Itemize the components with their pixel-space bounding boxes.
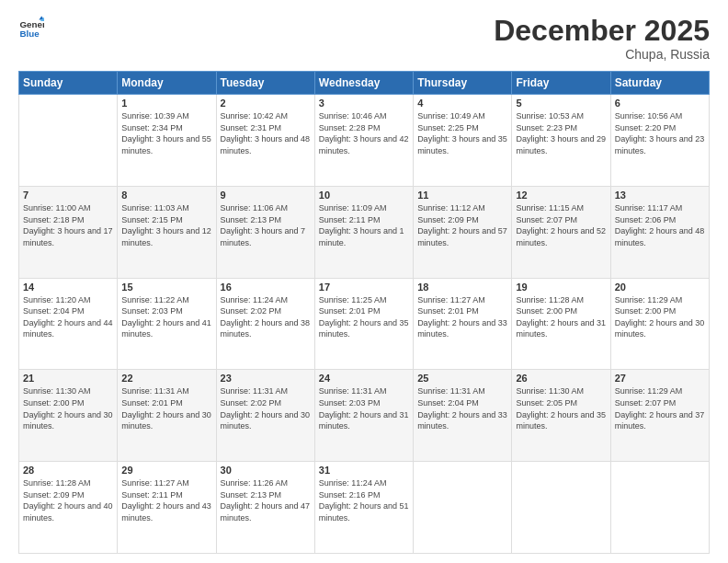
day-number: 5 bbox=[516, 98, 606, 109]
table-row: 9Sunrise: 11:06 AMSunset: 2:13 PMDayligh… bbox=[216, 186, 314, 278]
calendar-week-row: 28Sunrise: 11:28 AMSunset: 2:09 PMDaylig… bbox=[19, 462, 710, 554]
col-wednesday: Wednesday bbox=[314, 72, 413, 95]
day-detail: Sunrise: 11:27 AMSunset: 2:11 PMDaylight… bbox=[121, 477, 211, 523]
day-number: 27 bbox=[615, 373, 705, 384]
day-detail: Sunrise: 11:06 AMSunset: 2:13 PMDaylight… bbox=[221, 202, 311, 248]
table-row: 1Sunrise: 10:39 AMSunset: 2:34 PMDayligh… bbox=[118, 95, 216, 187]
day-number: 3 bbox=[319, 98, 409, 109]
day-number: 25 bbox=[417, 373, 507, 384]
table-row: 14Sunrise: 11:20 AMSunset: 2:04 PMDaylig… bbox=[19, 278, 118, 370]
day-detail: Sunrise: 11:27 AMSunset: 2:01 PMDaylight… bbox=[417, 294, 507, 340]
day-detail: Sunrise: 11:17 AMSunset: 2:06 PMDaylight… bbox=[615, 202, 705, 248]
day-number: 1 bbox=[121, 98, 211, 109]
table-row: 4Sunrise: 10:49 AMSunset: 2:25 PMDayligh… bbox=[414, 95, 512, 187]
day-detail: Sunrise: 11:09 AMSunset: 2:11 PMDaylight… bbox=[319, 202, 409, 248]
day-number: 30 bbox=[221, 465, 311, 476]
table-row: 19Sunrise: 11:28 AMSunset: 2:00 PMDaylig… bbox=[512, 278, 610, 370]
day-detail: Sunrise: 10:53 AMSunset: 2:23 PMDaylight… bbox=[516, 110, 606, 156]
col-friday: Friday bbox=[512, 72, 610, 95]
table-row: 22Sunrise: 11:31 AMSunset: 2:01 PMDaylig… bbox=[118, 370, 216, 462]
calendar-week-row: 21Sunrise: 11:30 AMSunset: 2:00 PMDaylig… bbox=[19, 370, 710, 462]
title-block: December 2025 Chupa, Russia bbox=[494, 15, 710, 62]
day-number: 20 bbox=[615, 282, 705, 293]
calendar-week-row: 14Sunrise: 11:20 AMSunset: 2:04 PMDaylig… bbox=[19, 278, 710, 370]
table-row: 5Sunrise: 10:53 AMSunset: 2:23 PMDayligh… bbox=[512, 95, 610, 187]
day-detail: Sunrise: 11:30 AMSunset: 2:05 PMDaylight… bbox=[516, 385, 606, 431]
day-detail: Sunrise: 11:30 AMSunset: 2:00 PMDaylight… bbox=[23, 385, 113, 431]
day-number: 2 bbox=[221, 98, 311, 109]
page: General Blue December 2025 Chupa, Russia… bbox=[0, 0, 728, 563]
table-row bbox=[512, 462, 610, 554]
table-row: 2Sunrise: 10:42 AMSunset: 2:31 PMDayligh… bbox=[216, 95, 314, 187]
table-row: 16Sunrise: 11:24 AMSunset: 2:02 PMDaylig… bbox=[216, 278, 314, 370]
col-thursday: Thursday bbox=[414, 72, 512, 95]
day-detail: Sunrise: 11:28 AMSunset: 2:00 PMDaylight… bbox=[516, 294, 606, 340]
day-number: 16 bbox=[221, 282, 311, 293]
table-row: 3Sunrise: 10:46 AMSunset: 2:28 PMDayligh… bbox=[314, 95, 413, 187]
day-detail: Sunrise: 11:26 AMSunset: 2:13 PMDaylight… bbox=[221, 477, 311, 523]
table-row: 11Sunrise: 11:12 AMSunset: 2:09 PMDaylig… bbox=[414, 186, 512, 278]
day-detail: Sunrise: 11:20 AMSunset: 2:04 PMDaylight… bbox=[23, 294, 113, 340]
logo: General Blue bbox=[18, 15, 44, 40]
day-number: 7 bbox=[23, 190, 113, 201]
header: General Blue December 2025 Chupa, Russia bbox=[18, 15, 710, 62]
day-detail: Sunrise: 11:12 AMSunset: 2:09 PMDaylight… bbox=[417, 202, 507, 248]
day-detail: Sunrise: 11:31 AMSunset: 2:01 PMDaylight… bbox=[121, 385, 211, 431]
day-detail: Sunrise: 11:00 AMSunset: 2:18 PMDaylight… bbox=[23, 202, 113, 248]
table-row: 12Sunrise: 11:15 AMSunset: 2:07 PMDaylig… bbox=[512, 186, 610, 278]
day-number: 13 bbox=[615, 190, 705, 201]
day-number: 6 bbox=[615, 98, 705, 109]
day-detail: Sunrise: 10:39 AMSunset: 2:34 PMDaylight… bbox=[121, 110, 211, 156]
svg-text:Blue: Blue bbox=[19, 29, 40, 39]
table-row bbox=[414, 462, 512, 554]
day-number: 18 bbox=[417, 282, 507, 293]
day-number: 4 bbox=[417, 98, 507, 109]
day-number: 17 bbox=[319, 282, 409, 293]
day-number: 24 bbox=[319, 373, 409, 384]
day-detail: Sunrise: 11:03 AMSunset: 2:15 PMDaylight… bbox=[121, 202, 211, 248]
day-number: 19 bbox=[516, 282, 606, 293]
location: Chupa, Russia bbox=[494, 47, 710, 62]
day-detail: Sunrise: 11:28 AMSunset: 2:09 PMDaylight… bbox=[23, 477, 113, 523]
day-number: 31 bbox=[319, 465, 409, 476]
day-detail: Sunrise: 11:31 AMSunset: 2:04 PMDaylight… bbox=[417, 385, 507, 431]
table-row: 27Sunrise: 11:29 AMSunset: 2:07 PMDaylig… bbox=[610, 370, 709, 462]
table-row bbox=[19, 95, 118, 187]
table-row bbox=[610, 462, 709, 554]
calendar-week-row: 1Sunrise: 10:39 AMSunset: 2:34 PMDayligh… bbox=[19, 95, 710, 187]
day-number: 10 bbox=[319, 190, 409, 201]
day-detail: Sunrise: 11:22 AMSunset: 2:03 PMDaylight… bbox=[121, 294, 211, 340]
day-detail: Sunrise: 11:31 AMSunset: 2:03 PMDaylight… bbox=[319, 385, 409, 431]
col-saturday: Saturday bbox=[610, 72, 709, 95]
calendar-week-row: 7Sunrise: 11:00 AMSunset: 2:18 PMDayligh… bbox=[19, 186, 710, 278]
day-number: 29 bbox=[121, 465, 211, 476]
day-number: 15 bbox=[121, 282, 211, 293]
col-sunday: Sunday bbox=[19, 72, 118, 95]
table-row: 28Sunrise: 11:28 AMSunset: 2:09 PMDaylig… bbox=[19, 462, 118, 554]
day-detail: Sunrise: 11:24 AMSunset: 2:02 PMDaylight… bbox=[221, 294, 311, 340]
logo-icon: General Blue bbox=[18, 15, 44, 40]
table-row: 30Sunrise: 11:26 AMSunset: 2:13 PMDaylig… bbox=[216, 462, 314, 554]
table-row: 7Sunrise: 11:00 AMSunset: 2:18 PMDayligh… bbox=[19, 186, 118, 278]
table-row: 8Sunrise: 11:03 AMSunset: 2:15 PMDayligh… bbox=[118, 186, 216, 278]
day-number: 9 bbox=[221, 190, 311, 201]
table-row: 29Sunrise: 11:27 AMSunset: 2:11 PMDaylig… bbox=[118, 462, 216, 554]
day-number: 12 bbox=[516, 190, 606, 201]
col-monday: Monday bbox=[118, 72, 216, 95]
day-number: 11 bbox=[417, 190, 507, 201]
day-detail: Sunrise: 11:15 AMSunset: 2:07 PMDaylight… bbox=[516, 202, 606, 248]
day-detail: Sunrise: 11:29 AMSunset: 2:07 PMDaylight… bbox=[615, 385, 705, 431]
day-detail: Sunrise: 10:49 AMSunset: 2:25 PMDaylight… bbox=[417, 110, 507, 156]
month-title: December 2025 bbox=[494, 15, 710, 47]
day-detail: Sunrise: 11:29 AMSunset: 2:00 PMDaylight… bbox=[615, 294, 705, 340]
day-number: 8 bbox=[121, 190, 211, 201]
day-number: 23 bbox=[221, 373, 311, 384]
day-detail: Sunrise: 10:42 AMSunset: 2:31 PMDaylight… bbox=[221, 110, 311, 156]
table-row: 10Sunrise: 11:09 AMSunset: 2:11 PMDaylig… bbox=[314, 186, 413, 278]
day-detail: Sunrise: 11:25 AMSunset: 2:01 PMDaylight… bbox=[319, 294, 409, 340]
table-row: 6Sunrise: 10:56 AMSunset: 2:20 PMDayligh… bbox=[610, 95, 709, 187]
day-number: 26 bbox=[516, 373, 606, 384]
table-row: 13Sunrise: 11:17 AMSunset: 2:06 PMDaylig… bbox=[610, 186, 709, 278]
table-row: 20Sunrise: 11:29 AMSunset: 2:00 PMDaylig… bbox=[610, 278, 709, 370]
table-row: 23Sunrise: 11:31 AMSunset: 2:02 PMDaylig… bbox=[216, 370, 314, 462]
